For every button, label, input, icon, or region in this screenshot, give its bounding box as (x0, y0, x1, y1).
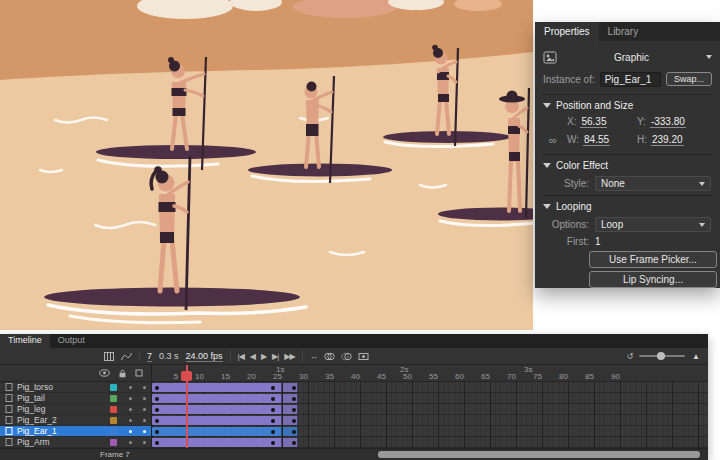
keyframe-dot[interactable] (155, 397, 159, 401)
swap-button[interactable]: Swap... (666, 72, 712, 86)
keyframe-dot[interactable] (292, 419, 296, 423)
tween-span[interactable] (152, 438, 282, 447)
keyframe-dot[interactable] (155, 408, 159, 412)
zoom-slider-knob[interactable] (657, 352, 665, 360)
onion-skin-icon[interactable] (324, 352, 335, 361)
frame-grid-area[interactable]: 1s 2s 3s 5 10 15 20 25 30 35 40 45 50 (152, 365, 708, 448)
loop-options-dropdown[interactable]: Loop (595, 217, 711, 232)
lock-all-icon[interactable] (118, 369, 127, 378)
keyframe-dot[interactable] (292, 441, 296, 445)
edit-multiple-frames-icon[interactable] (358, 352, 369, 361)
first-frame-value[interactable]: 1 (595, 236, 601, 247)
position-size-header[interactable]: Position and Size (543, 98, 712, 113)
symbol-type-dropdown[interactable]: Graphic (563, 52, 700, 63)
frame-row[interactable] (152, 382, 708, 393)
layer-visibility-toggle[interactable] (123, 430, 137, 433)
keyframe-dot[interactable] (292, 386, 296, 390)
onion-skin-outline-icon[interactable] (341, 352, 352, 361)
layer-row-pig-ear-2[interactable]: Pig_Ear_2 (0, 415, 151, 426)
go-last-frame-button[interactable]: ▶▶ (284, 352, 294, 361)
layer-color-swatch[interactable] (110, 406, 117, 413)
timeline-zoom-slider[interactable] (639, 355, 685, 357)
frame-row[interactable] (152, 415, 708, 426)
collapse-panel-button[interactable]: ▲ (692, 352, 700, 361)
keyframe-dot[interactable] (155, 386, 159, 390)
keyframe-dot[interactable] (155, 419, 159, 423)
keyframe-dot[interactable] (271, 408, 275, 412)
outline-view-icon[interactable] (135, 369, 143, 377)
layer-visibility-toggle[interactable] (123, 397, 137, 400)
stage-canvas[interactable] (0, 0, 533, 330)
layer-row-pig-arm[interactable]: Pig_Arm (0, 437, 151, 448)
layer-lock-toggle[interactable] (137, 408, 151, 411)
keyframe-dot[interactable] (292, 430, 296, 434)
layer-color-swatch[interactable] (110, 417, 117, 424)
frame-row-selected[interactable] (152, 426, 708, 437)
play-button[interactable]: ▶ (261, 352, 266, 361)
y-value[interactable]: -333.80 (650, 116, 686, 128)
frame-view-icon[interactable] (104, 352, 114, 361)
layer-row-pig-torso[interactable]: Pig_torso (0, 382, 151, 393)
layer-lock-toggle[interactable] (137, 397, 151, 400)
layer-color-swatch[interactable] (110, 439, 117, 446)
keyframe-dot[interactable] (155, 430, 159, 434)
h-value[interactable]: 239.20 (651, 134, 684, 146)
current-frame-field[interactable]: 7 (147, 351, 152, 362)
frame-rate-field[interactable]: 24.00 fps (186, 351, 223, 362)
frame-rows[interactable] (152, 382, 708, 448)
tween-span[interactable] (152, 416, 282, 425)
reset-timeline-zoom-icon[interactable]: ↺ (626, 352, 632, 361)
layer-color-swatch[interactable] (110, 428, 117, 435)
layer-visibility-toggle[interactable] (123, 386, 137, 389)
style-dropdown[interactable]: None (595, 176, 711, 191)
x-value[interactable]: 56.35 (580, 116, 607, 128)
tween-span[interactable] (152, 405, 282, 414)
link-width-height-icon[interactable]: ∞ (549, 136, 567, 144)
instance-name-field[interactable]: Pig_Ear_1 (600, 72, 661, 87)
tab-properties[interactable]: Properties (535, 22, 599, 41)
lip-syncing-button[interactable]: Lip Syncing... (589, 271, 717, 288)
frame-row[interactable] (152, 404, 708, 415)
layer-visibility-toggle[interactable] (123, 441, 137, 444)
keyframe-dot[interactable] (271, 419, 275, 423)
tab-output[interactable]: Output (50, 334, 93, 348)
tween-span-selected[interactable] (152, 427, 282, 436)
w-value[interactable]: 84.55 (583, 134, 610, 146)
layer-color-swatch[interactable] (110, 384, 117, 391)
keyframe-dot[interactable] (155, 441, 159, 445)
tween-span[interactable] (152, 383, 282, 392)
looping-header[interactable]: Looping (543, 199, 712, 214)
center-frame-icon[interactable]: ↔ (310, 352, 317, 361)
playhead-line[interactable] (186, 365, 188, 448)
show-hide-all-icon[interactable] (99, 369, 110, 377)
keyframe-dot[interactable] (271, 430, 275, 434)
step-back-button[interactable]: ◀ (250, 352, 255, 361)
layer-lock-toggle[interactable] (137, 386, 151, 389)
layer-visibility-toggle[interactable] (123, 408, 137, 411)
layer-row-pig-tail[interactable]: Pig_tail (0, 393, 151, 404)
tab-library[interactable]: Library (599, 22, 648, 41)
keyframe-dot[interactable] (271, 397, 275, 401)
keyframe-dot[interactable] (292, 408, 296, 412)
go-first-frame-button[interactable]: |◀ (238, 352, 244, 361)
layer-lock-toggle[interactable] (137, 419, 151, 422)
step-forward-button[interactable]: ▶| (272, 352, 278, 361)
layer-lock-toggle[interactable] (137, 441, 151, 444)
layer-row-pig-leg[interactable]: Pig_leg (0, 404, 151, 415)
keyframe-dot[interactable] (271, 386, 275, 390)
layer-row-pig-ear-1-selected[interactable]: Pig_Ear_1 (0, 426, 151, 437)
layer-lock-toggle[interactable] (137, 430, 151, 433)
tab-timeline[interactable]: Timeline (0, 334, 50, 348)
frame-row[interactable] (152, 393, 708, 404)
use-frame-picker-button[interactable]: Use Frame Picker... (589, 251, 717, 268)
layer-visibility-toggle[interactable] (123, 419, 137, 422)
graph-editor-icon[interactable] (121, 352, 132, 361)
tween-span[interactable] (152, 394, 282, 403)
frame-ruler[interactable]: 1s 2s 3s 5 10 15 20 25 30 35 40 45 50 (152, 365, 708, 382)
keyframe-dot[interactable] (292, 397, 296, 401)
layer-color-swatch[interactable] (110, 395, 117, 402)
frame-row[interactable] (152, 437, 708, 448)
horizontal-scrollbar[interactable] (378, 451, 700, 458)
color-effect-header[interactable]: Color Effect (543, 158, 712, 173)
keyframe-dot[interactable] (271, 441, 275, 445)
